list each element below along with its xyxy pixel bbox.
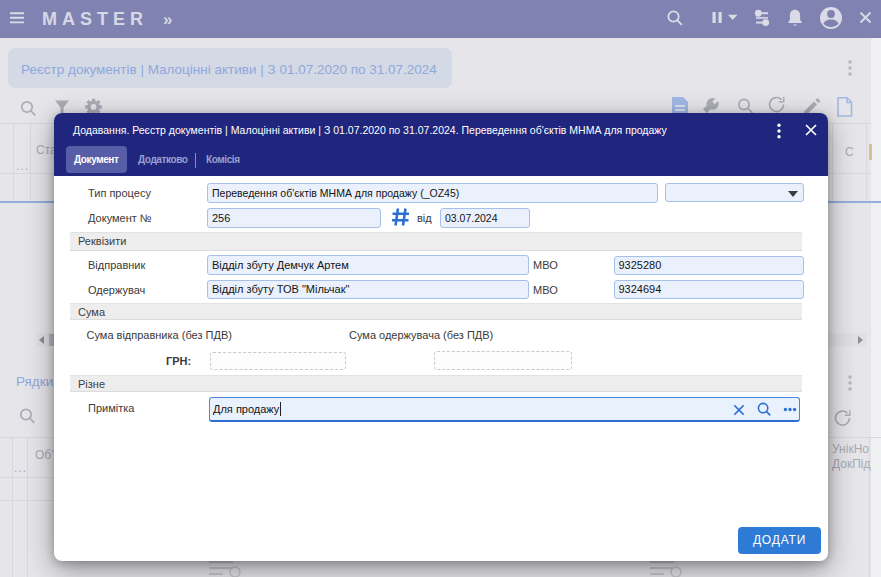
svg-text:MASTER: MASTER	[42, 9, 148, 29]
svg-text:»: »	[163, 10, 172, 29]
